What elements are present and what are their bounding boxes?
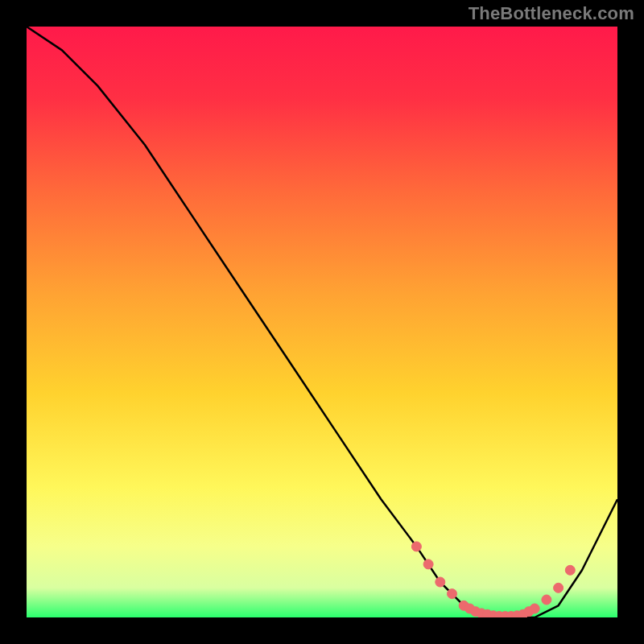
- highlight-point: [542, 595, 551, 605]
- line-chart-svg: [27, 27, 617, 617]
- gradient-background: [27, 27, 617, 617]
- highlight-point: [423, 559, 433, 569]
- watermark-text: TheBottleneck.com: [469, 3, 634, 24]
- highlight-point: [554, 583, 564, 592]
- highlight-point: [436, 577, 445, 587]
- chart-frame: TheBottleneck.com: [0, 0, 644, 644]
- highlight-point: [411, 542, 421, 551]
- highlight-point: [448, 589, 457, 599]
- plot-area: [27, 27, 617, 617]
- highlight-point: [565, 565, 575, 575]
- highlight-point: [530, 604, 539, 613]
